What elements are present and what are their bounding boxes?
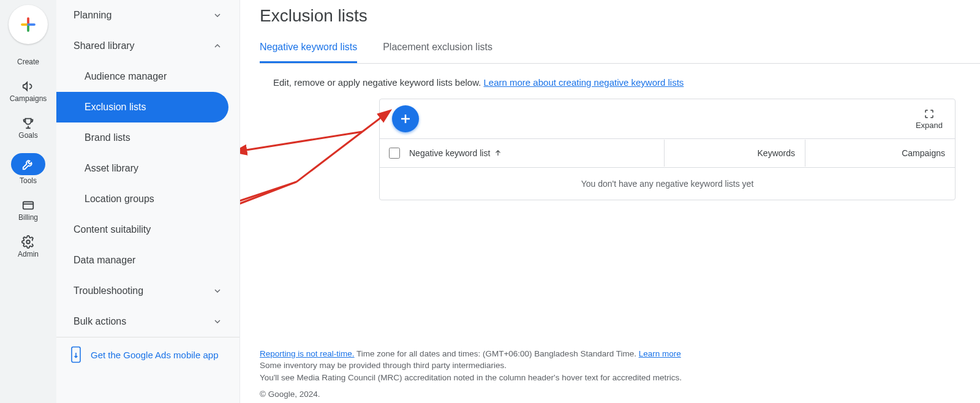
- rail-billing[interactable]: Billing: [18, 198, 38, 222]
- tab-label: Negative keyword lists: [260, 42, 357, 52]
- sidebar-label: Bulk actions: [74, 316, 126, 327]
- sidebar-label: Troubleshooting: [74, 285, 143, 296]
- megaphone-icon: [21, 80, 35, 93]
- reporting-link[interactable]: Reporting is not real-time.: [260, 349, 355, 358]
- phone-icon: [70, 346, 82, 363]
- column-label: Keywords: [758, 148, 795, 158]
- trophy-icon: [21, 116, 35, 130]
- sidebar-label: Planning: [74, 10, 111, 21]
- column-campaigns[interactable]: Campaigns: [805, 140, 955, 167]
- sidebar-label: Content suitability: [74, 224, 151, 235]
- rail-admin[interactable]: Admin: [18, 235, 39, 258]
- rail-goals[interactable]: Goals: [18, 116, 37, 140]
- mobile-app-label: Get the Google Ads mobile app: [91, 350, 218, 360]
- table-header: Negative keyword list Keywords Campaigns: [380, 139, 955, 168]
- plus-icon: [398, 111, 413, 126]
- sidebar: Planning Shared library Audience manager…: [56, 0, 240, 403]
- sidebar-label: Asset library: [85, 163, 138, 174]
- select-all-checkbox[interactable]: [389, 148, 400, 159]
- column-label: Campaigns: [902, 148, 945, 158]
- sidebar-content-suitability[interactable]: Content suitability: [56, 214, 239, 245]
- card-toolbar: Expand: [380, 99, 955, 139]
- rail-label: Billing: [18, 213, 38, 222]
- rail: Create Campaigns Goals Tools Billing Adm…: [0, 0, 56, 403]
- rail-label: Admin: [18, 250, 39, 258]
- rail-campaigns[interactable]: Campaigns: [10, 80, 47, 103]
- sidebar-brand-lists[interactable]: Brand lists: [56, 122, 239, 153]
- add-list-button[interactable]: [392, 105, 419, 132]
- footer-line2: Some inventory may be provided through t…: [260, 360, 956, 372]
- footer-copyright: © Google, 2024.: [260, 388, 956, 401]
- tab-negative-keyword-lists[interactable]: Negative keyword lists: [260, 42, 357, 63]
- sidebar-audience-manager[interactable]: Audience manager: [56, 61, 239, 92]
- rail-create-label[interactable]: Create: [17, 58, 39, 66]
- svg-point-1: [26, 240, 30, 244]
- expand-button[interactable]: Expand: [916, 108, 943, 130]
- tab-placement-exclusion-lists[interactable]: Placement exclusion lists: [383, 42, 492, 63]
- svg-line-4: [240, 182, 296, 210]
- gear-icon: [21, 235, 35, 249]
- chevron-up-icon: [213, 41, 222, 51]
- sidebar-label: Brand lists: [85, 132, 130, 143]
- sidebar-exclusion-lists[interactable]: Exclusion lists: [56, 92, 228, 122]
- chevron-down-icon: [213, 317, 222, 326]
- learn-more-link[interactable]: Learn more about creating negative keywo…: [484, 77, 684, 88]
- sidebar-location-groups[interactable]: Location groups: [56, 184, 239, 214]
- rail-label: Campaigns: [10, 94, 47, 103]
- sidebar-data-manager[interactable]: Data manager: [56, 245, 239, 276]
- main: Exclusion lists Negative keyword lists P…: [240, 0, 980, 403]
- footer-tz: Time zone for all dates and times: (GMT+…: [355, 349, 639, 358]
- select-all-cell: [380, 139, 409, 167]
- learn-more-footer-link[interactable]: Learn more: [639, 349, 681, 358]
- svg-rect-0: [23, 202, 34, 209]
- tools-icon: [21, 157, 35, 171]
- sidebar-label: Shared library: [74, 40, 135, 51]
- sidebar-label: Exclusion lists: [85, 102, 146, 113]
- footer-line3: You'll see Media Rating Council (MRC) ac…: [260, 372, 956, 384]
- rail-label: Tools: [20, 176, 37, 185]
- mobile-app-link[interactable]: Get the Google Ads mobile app: [56, 337, 239, 372]
- empty-state: You don't have any negative keyword list…: [380, 168, 955, 200]
- sort-up-icon: [494, 149, 502, 157]
- svg-line-3: [296, 132, 362, 182]
- chevron-down-icon: [213, 286, 222, 296]
- description: Edit, remove or apply negative keyword l…: [260, 64, 980, 99]
- sidebar-troubleshooting[interactable]: Troubleshooting: [56, 276, 239, 306]
- sidebar-label: Audience manager: [85, 71, 167, 82]
- column-keywords[interactable]: Keywords: [664, 140, 805, 167]
- description-text: Edit, remove or apply negative keyword l…: [273, 77, 484, 88]
- column-label: Negative keyword list: [409, 148, 490, 158]
- lists-card: Expand Negative keyword list Keywords Ca…: [379, 99, 956, 200]
- tabs: Negative keyword lists Placement exclusi…: [260, 42, 980, 64]
- plus-multicolor-icon: [19, 15, 37, 34]
- column-name[interactable]: Negative keyword list: [409, 140, 664, 167]
- footer: Reporting is not real-time. Time zone fo…: [260, 348, 956, 401]
- sidebar-shared-library[interactable]: Shared library: [56, 31, 239, 61]
- sidebar-asset-library[interactable]: Asset library: [56, 153, 239, 184]
- rail-label: Create: [17, 58, 39, 66]
- chevron-down-icon: [213, 10, 222, 20]
- card-icon: [21, 198, 35, 212]
- expand-label: Expand: [916, 121, 943, 130]
- sidebar-label: Data manager: [74, 255, 135, 266]
- rail-tools[interactable]: Tools: [11, 153, 45, 185]
- sidebar-label: Location groups: [85, 194, 154, 205]
- rail-label: Goals: [18, 131, 37, 140]
- create-button[interactable]: [9, 5, 48, 44]
- sidebar-planning[interactable]: Planning: [56, 0, 239, 31]
- tab-label: Placement exclusion lists: [383, 42, 492, 52]
- expand-icon: [924, 108, 935, 119]
- sidebar-bulk-actions[interactable]: Bulk actions: [56, 306, 239, 337]
- page-title: Exclusion lists: [260, 6, 980, 26]
